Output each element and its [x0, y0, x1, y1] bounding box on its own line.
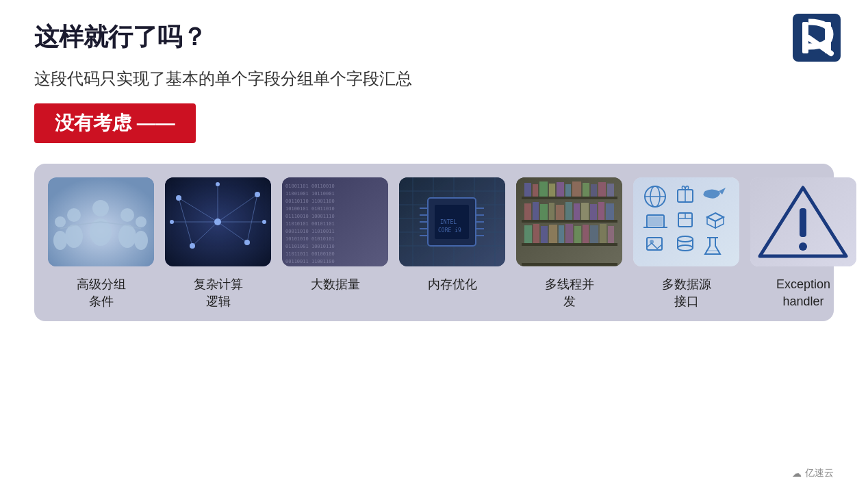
card-label-multi-source: 多数据源 接口 — [659, 266, 714, 321]
card-label-advanced-group: 高级分组 条件 — [74, 266, 129, 321]
svg-rect-103 — [541, 226, 548, 243]
card-img-warning — [750, 177, 856, 266]
svg-rect-97 — [581, 203, 589, 220]
svg-point-35 — [262, 220, 266, 224]
svg-text:CORE i9: CORE i9 — [438, 227, 461, 234]
svg-rect-90 — [524, 203, 531, 220]
svg-text:11011011 00100100: 11011011 00100100 — [285, 251, 335, 257]
svg-text:00110110 11001100: 00110110 11001100 — [285, 199, 335, 204]
svg-rect-82 — [549, 184, 555, 197]
svg-text:11010101 00101101: 11010101 00101101 — [285, 221, 335, 227]
svg-rect-104 — [549, 225, 557, 243]
card-multi-source: 多数据源 接口 — [633, 177, 739, 321]
svg-rect-110 — [600, 224, 607, 243]
svg-rect-79 — [524, 183, 531, 197]
svg-rect-111 — [608, 226, 614, 243]
svg-point-11 — [55, 216, 66, 227]
card-big-data: 01001101 00110010 11001001 10110001 0011… — [282, 177, 388, 304]
svg-point-31 — [255, 192, 260, 197]
card-multi-thread: 多线程并 发 — [516, 177, 622, 321]
svg-rect-91 — [533, 202, 539, 220]
card-complex-calc: 复杂计算 逻辑 — [165, 177, 271, 321]
svg-text:11001001 10110001: 11001001 10110001 — [285, 191, 335, 197]
logo — [793, 14, 841, 62]
svg-rect-80 — [533, 184, 538, 197]
card-advanced-group: 高级分组 条件 — [48, 177, 154, 321]
svg-point-5 — [92, 200, 109, 216]
card-memory-opt: INTEL CORE i9 — [399, 177, 505, 304]
svg-point-10 — [118, 225, 136, 248]
card-label-big-data: 大数据量 — [308, 266, 363, 304]
subtitle-text: 这段代码只实现了基本的单个字段分组单个字段汇总 — [34, 68, 834, 90]
svg-point-8 — [65, 225, 83, 248]
svg-rect-99 — [598, 202, 604, 220]
svg-text:10101010 01010101: 10101010 01010101 — [285, 236, 335, 242]
svg-rect-87 — [591, 184, 597, 197]
svg-text:INTEL: INTEL — [440, 219, 457, 225]
svg-text:00011010 11010011: 00011010 11010011 — [285, 229, 335, 234]
svg-rect-119 — [648, 216, 663, 226]
svg-rect-105 — [559, 225, 564, 243]
svg-point-137 — [799, 242, 807, 251]
svg-rect-76 — [522, 220, 617, 223]
card-img-network — [165, 177, 271, 266]
card-img-chip: INTEL CORE i9 — [399, 177, 505, 266]
svg-rect-107 — [574, 226, 581, 243]
svg-rect-78 — [522, 263, 617, 266]
page-title: 这样就行了吗？ — [34, 21, 834, 54]
svg-rect-86 — [583, 183, 589, 197]
svg-point-12 — [53, 231, 67, 250]
svg-rect-77 — [522, 243, 617, 246]
svg-rect-109 — [590, 225, 598, 243]
svg-point-30 — [176, 195, 181, 201]
card-label-multi-thread: 多线程并 发 — [542, 266, 597, 321]
card-label-memory-opt: 内存优化 — [425, 266, 480, 304]
svg-point-32 — [190, 243, 195, 249]
svg-point-9 — [120, 208, 134, 222]
svg-rect-81 — [539, 181, 548, 197]
svg-rect-89 — [607, 184, 614, 197]
card-exception: Exception handler — [750, 177, 856, 321]
card-label-exception: Exception handler — [774, 266, 833, 321]
svg-point-34 — [170, 220, 174, 224]
svg-point-14 — [134, 231, 148, 250]
svg-rect-88 — [598, 182, 606, 197]
svg-text:00110011 11001100: 00110011 11001100 — [285, 259, 335, 264]
svg-text:01101001 10010110: 01101001 10010110 — [285, 244, 335, 249]
badge: 没有考虑 —— — [34, 103, 196, 143]
svg-rect-108 — [583, 225, 589, 243]
svg-rect-102 — [533, 224, 539, 243]
svg-rect-98 — [590, 204, 597, 220]
brand-footer: ☁ 亿速云 — [792, 467, 834, 479]
svg-rect-94 — [556, 205, 564, 220]
card-img-code: 01001101 00110010 11001001 10110001 0011… — [282, 177, 388, 266]
svg-rect-136 — [800, 208, 806, 237]
svg-point-36 — [216, 182, 220, 186]
card-img-shelf — [516, 177, 622, 266]
svg-rect-84 — [565, 184, 571, 197]
svg-text:01110010 10001110: 01110010 10001110 — [285, 214, 335, 219]
svg-text:10100101 01011010: 10100101 01011010 — [285, 206, 335, 212]
card-label-complex-calc: 复杂计算 逻辑 — [191, 266, 246, 321]
brand-icon: ☁ — [792, 468, 802, 479]
svg-rect-100 — [606, 203, 614, 220]
svg-rect-85 — [572, 181, 581, 197]
svg-rect-96 — [574, 203, 580, 220]
svg-point-7 — [67, 208, 81, 222]
svg-rect-101 — [524, 225, 532, 243]
cards-container: 高级分组 条件 — [34, 164, 834, 321]
svg-rect-95 — [565, 202, 572, 220]
svg-rect-106 — [565, 224, 573, 243]
svg-rect-83 — [557, 182, 564, 197]
slide-page: 这样就行了吗？ 这段代码只实现了基本的单个字段分组单个字段汇总 没有考虑 —— — [0, 0, 868, 489]
card-img-people — [48, 177, 154, 266]
svg-rect-92 — [540, 204, 548, 220]
brand-text: 亿速云 — [805, 467, 834, 479]
card-img-icons — [633, 177, 739, 266]
svg-point-29 — [214, 218, 221, 225]
svg-rect-93 — [549, 203, 554, 220]
svg-rect-75 — [522, 197, 617, 199]
svg-point-13 — [136, 216, 146, 227]
svg-text:01001101 00110010: 01001101 00110010 — [285, 184, 335, 189]
svg-point-33 — [244, 240, 250, 245]
